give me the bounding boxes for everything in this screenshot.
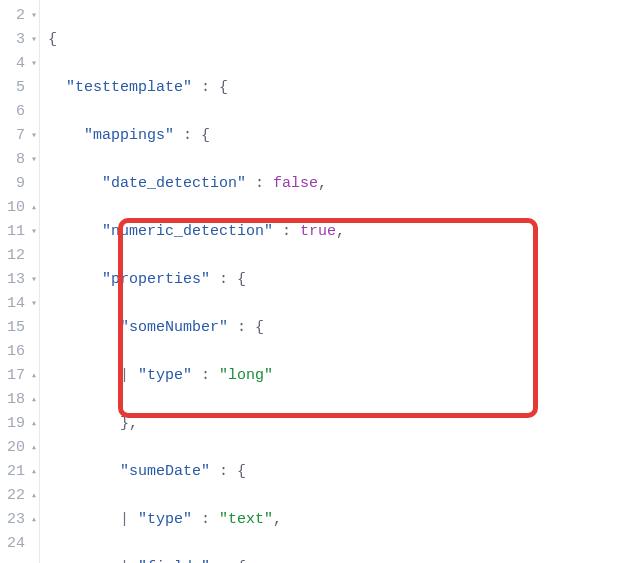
code-line[interactable]: | "fields" : { [48,556,629,563]
gutter-row[interactable]: 14▾ [0,292,39,316]
fold-icon[interactable]: ▴ [27,515,37,525]
json-key: "testtemplate" [66,79,192,96]
line-number: 17 [7,364,25,388]
line-number: 3 [16,28,25,52]
line-number: 7 [16,124,25,148]
fold-icon[interactable]: ▴ [27,491,37,501]
gutter-row[interactable]: 19▴ [0,412,39,436]
code-line[interactable]: "mappings" : { [48,124,629,148]
code-line[interactable]: | "type" : "long" [48,364,629,388]
line-number: 5 [16,76,25,100]
gutter-row[interactable]: 3▾ [0,28,39,52]
gutter-row[interactable]: 20▴ [0,436,39,460]
line-number: 10 [7,196,25,220]
fold-icon[interactable]: ▾ [27,11,37,21]
gutter-row[interactable]: 22▴ [0,484,39,508]
fold-icon[interactable]: ▾ [27,275,37,285]
code-line[interactable]: "someNumber" : { [48,316,629,340]
json-key: "numeric_detection" [102,223,273,240]
gutter-row[interactable]: 13▾ [0,268,39,292]
gutter-row[interactable]: 4▾ [0,52,39,76]
fold-icon[interactable]: ▴ [27,419,37,429]
gutter-row[interactable]: 23▴ [0,508,39,532]
json-key: "type" [138,367,192,384]
gutter-row[interactable]: 21▴ [0,460,39,484]
json-string: "long" [219,367,273,384]
fold-icon[interactable]: ▴ [27,467,37,477]
fold-icon[interactable]: ▴ [27,443,37,453]
line-number: 9 [16,172,25,196]
fold-icon[interactable]: ▾ [27,131,37,141]
code-editor: 2▾ 3▾ 4▾ 5 6 7▾ 8▾ 9 10▴ 11▾ 12 13▾ 14▾ … [0,0,629,563]
gutter-row[interactable]: 16 [0,340,39,364]
code-area[interactable]: { "testtemplate" : { "mappings" : { "dat… [40,0,629,563]
line-number-gutter: 2▾ 3▾ 4▾ 5 6 7▾ 8▾ 9 10▴ 11▾ 12 13▾ 14▾ … [0,0,40,563]
fold-icon[interactable]: ▴ [27,371,37,381]
json-key: "mappings" [84,127,174,144]
gutter-row[interactable]: 18▴ [0,388,39,412]
fold-icon[interactable]: ▾ [27,227,37,237]
line-number: 16 [7,340,25,364]
line-number: 12 [7,244,25,268]
json-key: "fields" [138,559,210,563]
fold-icon[interactable]: ▾ [27,299,37,309]
gutter-row[interactable]: 12 [0,244,39,268]
line-number: 14 [7,292,25,316]
line-number: 19 [7,412,25,436]
line-number: 24 [7,532,25,556]
line-number: 4 [16,52,25,76]
line-number: 21 [7,460,25,484]
code-line[interactable]: "date_detection" : false, [48,172,629,196]
code-line[interactable]: | "type" : "text", [48,508,629,532]
line-number: 22 [7,484,25,508]
code-line[interactable]: }, [48,412,629,436]
gutter-row[interactable]: 17▴ [0,364,39,388]
json-bool: false [273,175,318,192]
gutter-row[interactable]: 6 [0,100,39,124]
line-number: 8 [16,148,25,172]
line-number: 20 [7,436,25,460]
line-number: 15 [7,316,25,340]
code-line[interactable]: "properties" : { [48,268,629,292]
fold-icon[interactable]: ▴ [27,395,37,405]
code-line[interactable]: "sumeDate" : { [48,460,629,484]
json-string: "text" [219,511,273,528]
json-key: "sumeDate" [120,463,210,480]
code-line[interactable]: "testtemplate" : { [48,76,629,100]
line-number: 2 [16,4,25,28]
gutter-row[interactable]: 9 [0,172,39,196]
code-line[interactable]: { [48,28,629,52]
line-number: 11 [7,220,25,244]
fold-icon[interactable]: ▾ [27,155,37,165]
line-number: 18 [7,388,25,412]
fold-icon[interactable]: ▾ [27,35,37,45]
json-key: "type" [138,511,192,528]
gutter-row[interactable]: 10▴ [0,196,39,220]
json-key: "someNumber" [120,319,228,336]
gutter-row[interactable]: 7▾ [0,124,39,148]
gutter-row[interactable]: 11▾ [0,220,39,244]
fold-icon[interactable]: ▴ [27,203,37,213]
line-number: 23 [7,508,25,532]
json-key: "date_detection" [102,175,246,192]
json-bool: true [300,223,336,240]
line-number: 13 [7,268,25,292]
line-number: 6 [16,100,25,124]
gutter-row[interactable]: 15 [0,316,39,340]
gutter-row[interactable]: 5 [0,76,39,100]
gutter-row[interactable]: 2▾ [0,4,39,28]
fold-icon[interactable]: ▾ [27,59,37,69]
gutter-row[interactable]: 8▾ [0,148,39,172]
gutter-row[interactable]: 24 [0,532,39,556]
json-key: "properties" [102,271,210,288]
code-line[interactable]: "numeric_detection" : true, [48,220,629,244]
